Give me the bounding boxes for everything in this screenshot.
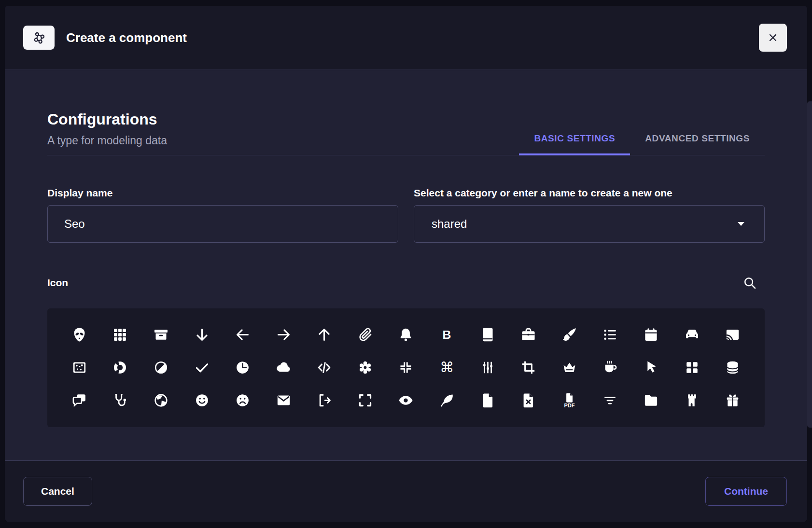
svg-text:B: B bbox=[443, 328, 451, 341]
cancel-button[interactable]: Cancel bbox=[23, 477, 92, 506]
eye-icon[interactable] bbox=[386, 384, 427, 417]
category-select-value: shared bbox=[432, 217, 467, 231]
check-icon[interactable] bbox=[182, 351, 223, 384]
bullet-list-icon[interactable] bbox=[590, 319, 631, 351]
car-icon[interactable] bbox=[672, 319, 713, 351]
icon-search-button[interactable] bbox=[741, 274, 759, 292]
continue-button[interactable]: Continue bbox=[705, 477, 787, 506]
crop-icon[interactable] bbox=[508, 351, 549, 384]
display-name-label: Display name bbox=[47, 187, 398, 199]
file-error-icon[interactable] bbox=[508, 384, 549, 417]
create-component-modal: Create a component Configurations A type… bbox=[5, 6, 807, 522]
close-button[interactable] bbox=[759, 24, 787, 52]
icon-grid: B⌘PDF bbox=[47, 308, 765, 427]
code-icon[interactable] bbox=[304, 351, 345, 384]
arrow-right-icon[interactable] bbox=[263, 319, 304, 351]
alien-icon[interactable] bbox=[59, 319, 100, 351]
crown-icon[interactable] bbox=[549, 351, 590, 384]
modal-footer: Cancel Continue bbox=[5, 460, 807, 522]
exit-icon[interactable] bbox=[304, 384, 345, 417]
emotion-happy-icon[interactable] bbox=[182, 384, 223, 417]
background-scrollbar bbox=[807, 101, 812, 428]
collapse-icon[interactable] bbox=[386, 351, 427, 384]
file-icon[interactable] bbox=[467, 384, 508, 417]
brush-icon[interactable] bbox=[549, 319, 590, 351]
category-label: Select a category or enter a name to cre… bbox=[414, 187, 765, 199]
gift-icon[interactable] bbox=[712, 384, 753, 417]
emotion-unhappy-icon[interactable] bbox=[222, 384, 263, 417]
chart-bubble-icon[interactable] bbox=[59, 351, 100, 384]
file-pdf-icon[interactable]: PDF bbox=[549, 384, 590, 417]
page-subtitle: A type for modeling data bbox=[47, 134, 167, 147]
database-icon[interactable] bbox=[712, 351, 753, 384]
apps-icon[interactable] bbox=[100, 319, 141, 351]
feather-icon[interactable] bbox=[426, 384, 467, 417]
gate-icon[interactable] bbox=[672, 384, 713, 417]
arrow-down-icon[interactable] bbox=[182, 319, 223, 351]
bold-icon[interactable]: B bbox=[426, 319, 467, 351]
connector-icon[interactable] bbox=[467, 351, 508, 384]
icon-section-head: Icon bbox=[47, 274, 765, 292]
svg-text:⌘: ⌘ bbox=[440, 360, 454, 375]
page-title: Configurations bbox=[47, 111, 167, 128]
cog-icon[interactable] bbox=[345, 351, 386, 384]
folder-icon[interactable] bbox=[630, 384, 672, 417]
expand-icon[interactable] bbox=[345, 384, 386, 417]
briefcase-icon[interactable] bbox=[508, 319, 549, 351]
calendar-icon[interactable] bbox=[630, 319, 672, 351]
modal-title: Create a component bbox=[66, 30, 759, 45]
attachment-icon[interactable] bbox=[345, 319, 386, 351]
dashboard-icon[interactable] bbox=[672, 351, 713, 384]
book-icon[interactable] bbox=[467, 319, 508, 351]
arrow-left-icon[interactable] bbox=[222, 319, 263, 351]
section-heading-row: Configurations A type for modeling data … bbox=[47, 111, 765, 155]
tab-advanced-settings[interactable]: ADVANCED SETTINGS bbox=[630, 133, 765, 155]
category-select[interactable]: shared bbox=[414, 205, 765, 243]
bell-icon[interactable] bbox=[386, 319, 427, 351]
chart-pie-icon[interactable] bbox=[140, 351, 182, 384]
close-icon bbox=[767, 32, 779, 43]
filter-icon[interactable] bbox=[590, 384, 631, 417]
cast-icon[interactable] bbox=[712, 319, 753, 351]
command-icon[interactable]: ⌘ bbox=[426, 351, 467, 384]
tab-basic-settings[interactable]: BASIC SETTINGS bbox=[519, 133, 630, 155]
display-name-input[interactable] bbox=[47, 205, 398, 243]
cursor-icon[interactable] bbox=[630, 351, 672, 384]
cup-icon[interactable] bbox=[590, 351, 631, 384]
arrow-up-icon[interactable] bbox=[304, 319, 345, 351]
component-icon bbox=[23, 26, 55, 50]
search-icon bbox=[742, 276, 757, 290]
cloud-icon[interactable] bbox=[263, 351, 304, 384]
discuss-icon[interactable] bbox=[59, 384, 100, 417]
svg-text:PDF: PDF bbox=[564, 403, 574, 408]
clock-icon[interactable] bbox=[222, 351, 263, 384]
earth-icon[interactable] bbox=[140, 384, 182, 417]
modal-body: Configurations A type for modeling data … bbox=[5, 70, 807, 460]
settings-tabs: BASIC SETTINGS ADVANCED SETTINGS bbox=[519, 133, 765, 155]
doctor-icon[interactable] bbox=[100, 384, 141, 417]
chart-circle-icon[interactable] bbox=[100, 351, 141, 384]
envelope-icon[interactable] bbox=[263, 384, 304, 417]
form-row: Display name Select a category or enter … bbox=[47, 187, 765, 243]
chevron-down-icon bbox=[735, 218, 747, 230]
icon-section-label: Icon bbox=[47, 277, 68, 289]
archive-icon[interactable] bbox=[140, 319, 182, 351]
modal-header: Create a component bbox=[5, 6, 807, 70]
